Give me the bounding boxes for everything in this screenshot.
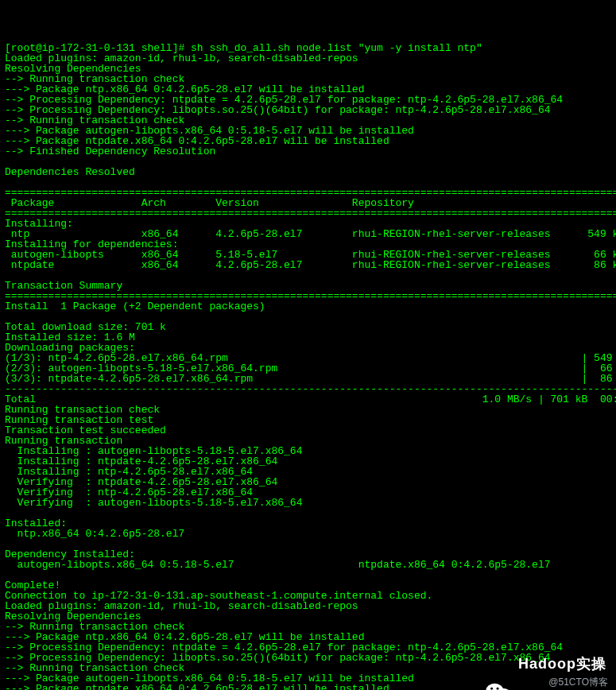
wechat-icon [485,653,512,674]
terminal-output: [root@ip-172-31-0-131 shell]# sh ssh_do_… [5,43,611,690]
svg-point-3 [497,688,499,690]
watermark-text: Hadoop实操 [518,657,606,671]
watermark: Hadoop实操 [485,653,606,674]
attribution-text: @51CTO博客 [548,677,608,687]
svg-point-2 [490,688,493,690]
